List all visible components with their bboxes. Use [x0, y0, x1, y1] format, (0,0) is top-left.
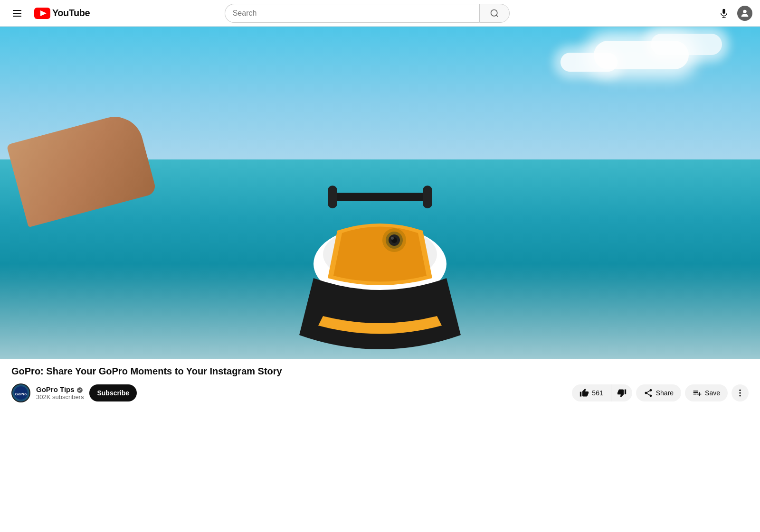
svg-text:GoPro: GoPro [15, 392, 27, 396]
cloud-2 [651, 34, 722, 55]
action-buttons: 561 Share Save [572, 384, 749, 401]
svg-rect-9 [328, 186, 337, 208]
microphone-icon [719, 8, 729, 19]
video-info-section: GoPro: Share Your GoPro Moments to Your … [0, 359, 760, 408]
header-left: YouTube [8, 4, 103, 23]
search-button[interactable] [479, 4, 510, 23]
thumbs-down-icon [617, 388, 627, 398]
share-icon [644, 388, 653, 398]
more-icon [735, 388, 745, 398]
like-count: 561 [592, 389, 603, 397]
channel-avatar-inner: GoPro [12, 384, 29, 401]
svg-point-17 [391, 237, 394, 240]
share-label: Share [656, 389, 674, 397]
youtube-logo[interactable]: YouTube [34, 8, 90, 19]
like-button[interactable]: 561 [572, 384, 611, 401]
subscribe-button[interactable]: Subscribe [89, 384, 137, 401]
svg-line-3 [496, 15, 498, 17]
user-avatar-button[interactable] [737, 6, 752, 21]
verified-icon [76, 385, 83, 393]
video-player-container[interactable] [0, 27, 760, 359]
svg-point-2 [491, 9, 497, 16]
svg-point-22 [739, 395, 741, 396]
dislike-button[interactable] [611, 384, 632, 401]
svg-point-7 [743, 9, 746, 13]
voice-search-button[interactable] [714, 4, 733, 23]
hamburger-menu-button[interactable] [8, 4, 27, 23]
youtube-logo-icon [34, 8, 50, 19]
user-icon [740, 8, 750, 19]
subscriber-count: 302K subscribers [36, 393, 84, 401]
svg-rect-8 [332, 193, 428, 201]
search-form [225, 4, 510, 23]
share-button[interactable]: Share [636, 384, 681, 401]
save-button[interactable]: Save [685, 384, 728, 401]
svg-rect-4 [722, 9, 725, 13]
search-input[interactable] [225, 4, 479, 23]
youtube-logo-text: YouTube [52, 8, 90, 19]
save-icon [693, 388, 702, 398]
video-thumbnail[interactable] [0, 27, 760, 359]
cloud-3 [560, 53, 618, 72]
channel-avatar[interactable]: GoPro [11, 383, 30, 402]
gopro-logo-icon: GoPro [14, 386, 28, 400]
search-icon [490, 9, 499, 18]
like-dislike-group: 561 [572, 384, 632, 401]
more-options-button[interactable] [732, 384, 749, 401]
video-meta-row: GoPro GoPro Tips 302K subscribers Subscr… [11, 383, 749, 408]
video-title: GoPro: Share Your GoPro Moments to Your … [11, 364, 749, 378]
channel-details: GoPro Tips 302K subscribers [36, 385, 84, 401]
svg-point-21 [739, 392, 741, 393]
channel-name-row: GoPro Tips [36, 385, 84, 393]
header: YouTube [0, 0, 760, 27]
jetski-shape [261, 98, 499, 359]
svg-rect-10 [423, 186, 432, 208]
thumbs-up-icon [580, 388, 589, 398]
header-right [714, 4, 752, 23]
channel-info: GoPro GoPro Tips 302K subscribers Subscr… [11, 383, 137, 402]
channel-name[interactable]: GoPro Tips [36, 385, 75, 393]
hamburger-icon [9, 6, 25, 20]
save-label: Save [705, 389, 720, 397]
search-area [193, 4, 541, 23]
svg-point-20 [739, 390, 741, 391]
